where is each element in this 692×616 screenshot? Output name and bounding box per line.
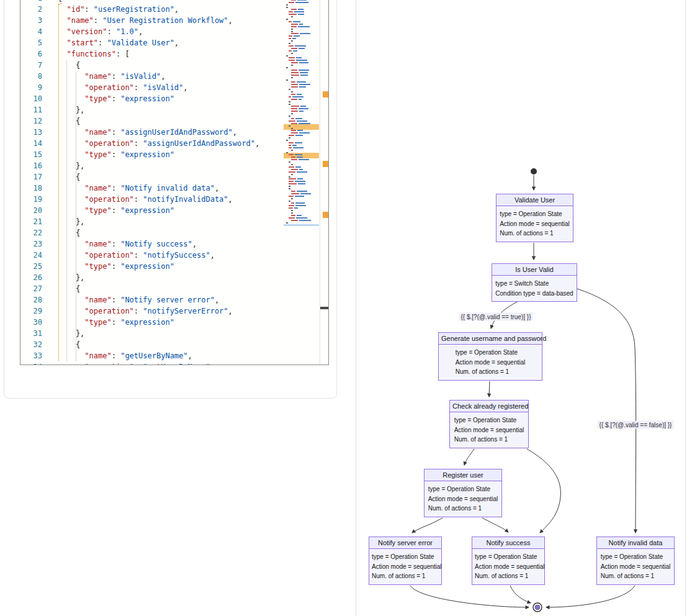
line-number: 15: [20, 149, 50, 160]
state-title: Generate username and password: [439, 333, 542, 345]
state-attribute: Condition type = data-based: [495, 289, 573, 299]
json-key-token: "type": [84, 206, 111, 215]
json-key-token: "name": [84, 72, 111, 81]
state-node-validate-user[interactable]: Validate Usertype = Operation StateActio…: [496, 194, 573, 242]
code-line[interactable]: },: [58, 216, 259, 227]
line-number: 22: [20, 227, 50, 238]
state-node-generate-username-and-password[interactable]: Generate username and passwordtype = Ope…: [438, 332, 542, 381]
edge-register-to-notifysuccess: [482, 518, 508, 532]
json-punct-token: :: [134, 195, 143, 204]
code-line[interactable]: },: [58, 272, 259, 283]
code-line[interactable]: "operation": "notifyInvalidData",: [58, 194, 259, 205]
minimap-line: [289, 207, 298, 209]
code-line[interactable]: "type": "expression": [58, 261, 259, 272]
minimap-line: [289, 116, 290, 117]
json-punct-token: :: [134, 83, 143, 92]
code-line[interactable]: "operation": "notifyServerError",: [58, 306, 259, 317]
json-value-token: "Notify invalid data": [120, 184, 215, 192]
minimap-line: [291, 26, 310, 27]
json-value-token: "Notify server error": [120, 296, 215, 304]
ruler-match-mark: [323, 212, 328, 218]
minimap-line: [289, 89, 290, 90]
code-line[interactable]: "functions": [: [58, 48, 259, 60]
json-punct-token: {: [58, 0, 62, 2]
code-line[interactable]: "operation": "isValid",: [58, 82, 259, 93]
json-key-token: "name": [84, 240, 111, 248]
code-line[interactable]: "type": "expression": [58, 317, 259, 328]
code-line[interactable]: {: [58, 60, 259, 71]
code-line[interactable]: "name": "User Registration Workflow",: [58, 15, 259, 26]
state-node-notify-success[interactable]: Notify successtype = Operation StateActi…: [472, 537, 545, 585]
minimap-line: [289, 178, 303, 179]
json-punct-token: [58, 195, 84, 204]
state-node-check-already-registered[interactable]: Check already registeredtype = Operation…: [449, 400, 529, 448]
json-punct-token: [58, 307, 84, 315]
code-line[interactable]: "version": "1.0",: [58, 26, 259, 37]
code-lines: { "id": "userRegistration", "name": "Use…: [58, 0, 259, 365]
json-key-token: "type": [84, 94, 111, 103]
minimap-line: [289, 145, 297, 146]
json-punct-token: :: [84, 5, 93, 14]
code-line[interactable]: "operation": "notifySuccess",: [58, 250, 259, 261]
json-punct-token: },: [58, 329, 84, 338]
code-line[interactable]: "type": "expression": [58, 205, 259, 216]
state-node-notify-server-error[interactable]: Notify server errortype = Operation Stat…: [369, 537, 442, 585]
minimap-line: [289, 166, 301, 168]
json-key-token: "name": [84, 128, 111, 137]
minimap-line: [286, 19, 288, 20]
json-punct-token: :: [112, 318, 120, 327]
code-line[interactable]: "name": "isValid",: [58, 71, 259, 82]
end-node-dot: [535, 605, 540, 610]
minimap-line: [289, 181, 305, 182]
minimap-line: [286, 152, 288, 153]
state-attribute: Action mode = sequential: [454, 425, 524, 435]
json-key-token: "operation": [84, 83, 133, 92]
minimap-line: [291, 123, 310, 124]
minimap-line: [291, 164, 293, 165]
json-punct-token: ,: [215, 296, 219, 304]
json-key-token: "operation": [84, 139, 133, 148]
minimap-line: [289, 161, 290, 163]
json-punct-token: :: [112, 128, 120, 137]
overview-ruler[interactable]: [320, 0, 328, 365]
json-punct-token: :: [94, 16, 102, 25]
line-number: 9: [20, 82, 50, 93]
code-line[interactable]: {: [58, 227, 259, 238]
code-line[interactable]: {: [58, 116, 259, 127]
minimap-line: [291, 29, 293, 30]
code-line[interactable]: },: [58, 328, 259, 339]
code-line[interactable]: "name": "Notify success",: [58, 238, 259, 250]
line-number: 4: [20, 26, 50, 37]
minimap-line: [291, 106, 306, 107]
code-line[interactable]: "id": "userRegistration",: [58, 4, 259, 15]
state-attribute: type = Operation State: [428, 484, 498, 494]
code-line[interactable]: "start": "Validate User",: [58, 37, 259, 48]
code-line[interactable]: {: [58, 339, 259, 350]
code-line[interactable]: },: [58, 160, 259, 171]
json-punct-token: ,: [183, 83, 187, 92]
edge-servererror-to-end: [410, 586, 529, 607]
state-node-register-user[interactable]: Register usertype = Operation StateActio…: [424, 469, 502, 517]
state-node-is-user-valid[interactable]: Is User Validtype = Switch StateConditio…: [492, 263, 577, 302]
code-line[interactable]: "name": "Notify invalid data",: [58, 183, 259, 194]
minimap-line: [286, 67, 288, 68]
line-number: 31: [20, 328, 50, 339]
code-line[interactable]: },: [58, 104, 259, 116]
code-line[interactable]: "type": "expression": [58, 149, 259, 160]
minimap-line: [286, 140, 288, 141]
minimap[interactable]: [284, 0, 319, 365]
state-node-notify-invalid-data[interactable]: Notify invalid datatype = Operation Stat…: [596, 537, 675, 585]
code-line[interactable]: "name": "Notify server error",: [58, 294, 259, 306]
code-line[interactable]: "name": "assignUserIdAndPassword",: [58, 127, 259, 138]
code-line[interactable]: {: [58, 171, 259, 183]
code-line[interactable]: "name": "getUserByName",: [58, 350, 259, 361]
json-punct-token: [58, 318, 84, 327]
minimap-line: [291, 113, 293, 114]
json-value-token: "expression": [120, 150, 174, 159]
json-value-token: "expression": [120, 318, 174, 327]
code-line[interactable]: {: [58, 283, 259, 294]
code-line[interactable]: "type": "expression": [58, 93, 259, 104]
code-line[interactable]: "operation": "assignUserIdAndPassword",: [58, 138, 259, 149]
json-punct-token: :: [107, 27, 115, 36]
minimap-line: [291, 169, 303, 170]
